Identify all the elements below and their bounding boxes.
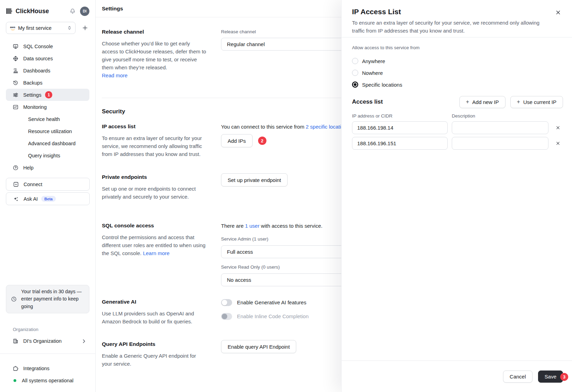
radio-anywhere[interactable]: Anywhere bbox=[352, 58, 563, 64]
remove-ip-icon[interactable] bbox=[553, 138, 563, 149]
ip-access-description: To ensure an extra layer of security for… bbox=[102, 134, 208, 158]
ip-description-input[interactable] bbox=[452, 137, 548, 150]
settings-sliders-icon bbox=[13, 92, 18, 98]
organization-selector[interactable]: DI's Organization bbox=[6, 335, 89, 347]
generative-ai-toggle-label: Enable Generative AI features bbox=[237, 299, 306, 305]
sidebar-item-sql-console[interactable]: SQL Console bbox=[6, 40, 89, 52]
add-service-button[interactable] bbox=[81, 24, 89, 32]
monitoring-chart-icon bbox=[13, 104, 18, 110]
ip-access-list-panel: IP Access List To ensure an extra layer … bbox=[341, 0, 572, 392]
sidebar-item-advanced-dashboard[interactable]: Advanced dashboard bbox=[6, 137, 89, 149]
sidebar-divider bbox=[0, 354, 95, 354]
organization-building-icon bbox=[13, 338, 18, 344]
release-channel-description: Choose whether you’d like to get early a… bbox=[102, 40, 208, 79]
learn-more-link[interactable]: Learn more bbox=[143, 250, 170, 256]
beta-badge: Beta bbox=[41, 196, 56, 202]
one-user-link[interactable]: 1 user bbox=[245, 223, 259, 229]
add-ips-button[interactable]: Add IPs bbox=[221, 134, 253, 147]
description-column-header: Description bbox=[452, 113, 475, 119]
sql-console-access-description: Control the permissions and access that … bbox=[102, 233, 208, 257]
sidebar-item-settings[interactable]: Settings 1 bbox=[6, 89, 89, 101]
private-endpoints-description: Set up one or more endpoints to connect … bbox=[102, 185, 208, 201]
access-list-header: Access list +Add new IP +Use current IP bbox=[352, 96, 563, 108]
generative-ai-toggle[interactable] bbox=[221, 299, 232, 306]
radio-selected-icon bbox=[352, 81, 358, 88]
chevron-right-icon bbox=[82, 339, 86, 343]
clickhouse-console: ClickHouse DI aws My first service S bbox=[0, 0, 572, 392]
read-more-link[interactable]: Read more bbox=[102, 72, 127, 78]
mark-badge-2: 2 bbox=[258, 137, 266, 145]
organization-name: DI's Organization bbox=[23, 338, 62, 344]
radio-specific-locations[interactable]: Specific locations bbox=[352, 81, 563, 88]
sidebar-item-dashboards[interactable]: Dashboards bbox=[6, 64, 89, 77]
inline-code-completion-label: Enable Inline Code Completion bbox=[237, 313, 309, 319]
generative-ai-description: Use LLM providers such as OpenAI and Ama… bbox=[102, 310, 208, 325]
plus-icon: + bbox=[466, 99, 469, 105]
access-list-row bbox=[352, 137, 563, 150]
page-title: Settings bbox=[102, 6, 123, 12]
radio-nowhere[interactable]: Nowhere bbox=[352, 70, 563, 76]
sidebar-item-service-health[interactable]: Service health bbox=[6, 113, 89, 125]
ip-access-title: IP access list bbox=[102, 123, 208, 130]
allow-access-label: Allow access to this service from bbox=[352, 45, 563, 51]
aws-logo-icon: aws bbox=[10, 26, 15, 30]
cancel-button[interactable]: Cancel bbox=[503, 371, 533, 383]
connect-button[interactable]: Connect bbox=[6, 178, 90, 191]
sql-console-monitor-icon bbox=[13, 44, 18, 49]
radio-circle-icon bbox=[352, 70, 358, 76]
ip-address-input[interactable] bbox=[352, 137, 448, 150]
sidebar-item-query-insights[interactable]: Query insights bbox=[6, 149, 89, 162]
ip-description-input[interactable] bbox=[452, 121, 548, 134]
access-radio-group: Anywhere Nowhere Specific locations bbox=[352, 58, 563, 88]
connect-icon bbox=[13, 182, 19, 187]
system-status[interactable]: All systems operational bbox=[6, 374, 89, 386]
sparkles-icon bbox=[13, 196, 19, 202]
ask-ai-button[interactable]: Ask AI Beta bbox=[6, 192, 90, 205]
service-selector[interactable]: aws My first service bbox=[6, 22, 76, 34]
generative-ai-title: Generative AI bbox=[102, 299, 208, 305]
save-button[interactable]: Save bbox=[538, 371, 563, 383]
setup-private-endpoint-button[interactable]: Set up private endpoint bbox=[221, 173, 288, 186]
enable-query-api-button[interactable]: Enable query API Endpoint bbox=[221, 340, 296, 353]
integrations-puzzle-icon bbox=[13, 366, 18, 371]
sidebar-item-resource-utilization[interactable]: Resource utilization bbox=[6, 125, 89, 137]
status-green-dot-icon bbox=[14, 379, 16, 382]
service-name: My first service bbox=[18, 25, 67, 31]
private-endpoints-title: Private endpoints bbox=[102, 174, 208, 180]
sidebar-item-integrations[interactable]: Integrations bbox=[6, 362, 89, 374]
sidebar: ClickHouse DI aws My first service S bbox=[0, 0, 96, 392]
sidebar-item-monitoring[interactable]: Monitoring bbox=[6, 101, 89, 113]
inline-code-completion-toggle[interactable] bbox=[221, 313, 232, 320]
organization-section-label: Organization bbox=[13, 327, 95, 332]
clickhouse-logo-icon bbox=[6, 8, 12, 14]
help-question-icon bbox=[13, 165, 18, 171]
notifications-bell-icon[interactable] bbox=[70, 8, 76, 14]
add-new-ip-button[interactable]: +Add new IP bbox=[459, 96, 505, 108]
access-list-row bbox=[352, 121, 563, 134]
use-current-ip-button[interactable]: +Use current IP bbox=[510, 96, 563, 108]
data-sources-icon bbox=[13, 56, 18, 61]
mark-badge-3: 3 bbox=[560, 373, 568, 381]
sidebar-header: ClickHouse DI bbox=[0, 0, 95, 17]
service-selector-row: aws My first service bbox=[6, 22, 89, 34]
chevron-up-down-icon bbox=[67, 26, 72, 30]
release-channel-title: Release channel bbox=[102, 29, 208, 35]
clock-icon bbox=[11, 296, 17, 302]
access-list-title: Access list bbox=[352, 98, 383, 105]
query-api-title: Query API Endpoints bbox=[102, 341, 208, 347]
panel-footer: Cancel Save 3 bbox=[342, 360, 572, 392]
sidebar-item-backups[interactable]: Backups bbox=[6, 77, 89, 89]
sidebar-item-data-sources[interactable]: Data sources bbox=[6, 52, 89, 64]
panel-description: To ensure an extra layer of security for… bbox=[352, 19, 541, 35]
user-avatar[interactable]: DI bbox=[80, 7, 89, 16]
dashboards-bar-chart-icon bbox=[13, 68, 18, 73]
ip-address-input[interactable] bbox=[352, 121, 448, 134]
sidebar-item-help[interactable]: Help bbox=[6, 162, 89, 174]
trial-notice-text: Your trial ends in 30 days — enter payme… bbox=[21, 288, 82, 311]
ip-column-header: IP address or CIDR bbox=[352, 113, 452, 119]
remove-ip-icon[interactable] bbox=[553, 123, 563, 133]
close-icon[interactable] bbox=[555, 9, 562, 16]
sql-console-access-title: SQL console access bbox=[102, 223, 208, 229]
sidebar-nav: SQL Console Data sources Dashboards Back… bbox=[0, 40, 95, 174]
backups-history-icon bbox=[13, 80, 18, 86]
